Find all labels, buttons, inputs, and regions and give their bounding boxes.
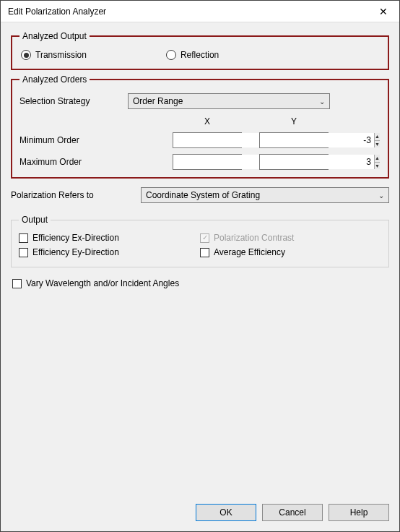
transmission-label: Transmission bbox=[35, 50, 87, 60]
analyzed-output-options: Transmission Reflection bbox=[19, 47, 381, 61]
average-efficiency-label: Average Efficiency bbox=[214, 247, 285, 257]
spin-down-icon[interactable]: ▼ bbox=[375, 163, 380, 170]
orders-grid: X Y Minimum Order ▲ ▼ bbox=[19, 116, 381, 170]
ok-button[interactable]: OK bbox=[196, 504, 256, 521]
dialog-content: Analyzed Output Transmission Reflection … bbox=[1, 22, 399, 531]
min-order-x-spinner[interactable]: ▲ ▼ bbox=[173, 132, 242, 148]
close-icon: ✕ bbox=[379, 6, 388, 17]
selection-strategy-label: Selection Strategy bbox=[19, 96, 128, 106]
max-order-y-spinner[interactable]: ▲ ▼ bbox=[259, 154, 329, 170]
spacer bbox=[11, 299, 389, 492]
spin-up-icon[interactable]: ▲ bbox=[375, 133, 380, 141]
efficiency-ey-checkbox[interactable]: Efficiency Ey-Direction bbox=[19, 245, 200, 259]
titlebar: Edit Polarization Analyzer ✕ bbox=[1, 1, 399, 22]
analyzed-output-group: Analyzed Output Transmission Reflection bbox=[11, 31, 389, 70]
minimum-order-row: Minimum Order ▲ ▼ bbox=[19, 132, 381, 148]
button-bar: OK Cancel Help bbox=[11, 497, 389, 524]
reflection-label: Reflection bbox=[181, 50, 219, 60]
reflection-radio[interactable]: Reflection bbox=[166, 50, 219, 60]
efficiency-ex-label: Efficiency Ex-Direction bbox=[32, 233, 119, 243]
polarization-refers-value: Coordinate System of Grating bbox=[146, 190, 260, 200]
checkbox-icon bbox=[19, 233, 28, 243]
selection-strategy-select[interactable]: Order Range ⌄ bbox=[128, 93, 330, 109]
dialog-window: Edit Polarization Analyzer ✕ Analyzed Ou… bbox=[0, 0, 400, 532]
polarization-refers-row: Polarization Refers to Coordinate System… bbox=[11, 187, 389, 203]
maximum-order-row: Maximum Order ▲ ▼ bbox=[19, 154, 381, 170]
max-order-y-input[interactable] bbox=[260, 155, 374, 169]
min-order-y-input[interactable] bbox=[260, 133, 374, 147]
orders-header: X Y bbox=[19, 116, 381, 126]
cancel-button[interactable]: Cancel bbox=[262, 504, 323, 521]
chevron-down-icon: ⌄ bbox=[378, 192, 384, 200]
help-label: Help bbox=[350, 507, 368, 518]
ok-label: OK bbox=[219, 507, 232, 518]
efficiency-ey-label: Efficiency Ey-Direction bbox=[32, 247, 119, 257]
maximum-order-label: Maximum Order bbox=[19, 157, 164, 167]
column-y-header: Y bbox=[251, 116, 337, 126]
selection-strategy-row: Selection Strategy Order Range ⌄ bbox=[19, 93, 381, 109]
checkbox-icon bbox=[12, 279, 22, 288]
max-order-x-spinner[interactable]: ▲ ▼ bbox=[173, 154, 242, 170]
average-efficiency-checkbox[interactable]: Average Efficiency bbox=[200, 245, 381, 259]
checkbox-icon: ✓ bbox=[200, 233, 209, 243]
window-title: Edit Polarization Analyzer bbox=[8, 7, 106, 17]
polarization-contrast-label: Polarization Contrast bbox=[214, 233, 294, 243]
radio-icon bbox=[166, 50, 176, 60]
column-x-header: X bbox=[164, 116, 251, 126]
transmission-radio[interactable]: Transmission bbox=[21, 50, 87, 60]
output-group: Output Efficiency Ex-Direction Efficienc… bbox=[11, 215, 389, 267]
selection-strategy-value: Order Range bbox=[133, 96, 183, 106]
vary-wavelength-checkbox[interactable]: Vary Wavelength and/or Incident Angles bbox=[12, 276, 388, 291]
efficiency-ex-checkbox[interactable]: Efficiency Ex-Direction bbox=[19, 231, 200, 245]
help-button[interactable]: Help bbox=[329, 504, 389, 521]
minimum-order-label: Minimum Order bbox=[19, 135, 164, 145]
spin-down-icon[interactable]: ▼ bbox=[375, 141, 380, 148]
chevron-down-icon: ⌄ bbox=[319, 98, 325, 106]
min-order-y-spinner[interactable]: ▲ ▼ bbox=[259, 132, 329, 148]
output-legend: Output bbox=[19, 215, 51, 225]
spin-up-icon[interactable]: ▲ bbox=[375, 155, 380, 163]
vary-wavelength-label: Vary Wavelength and/or Incident Angles bbox=[26, 278, 179, 288]
analyzed-orders-group: Analyzed Orders Selection Strategy Order… bbox=[11, 74, 389, 179]
radio-icon bbox=[21, 50, 31, 60]
checkbox-icon bbox=[200, 248, 209, 257]
polarization-refers-select[interactable]: Coordinate System of Grating ⌄ bbox=[141, 187, 389, 203]
checkbox-icon bbox=[19, 248, 28, 257]
close-button[interactable]: ✕ bbox=[367, 1, 399, 22]
polarization-refers-label: Polarization Refers to bbox=[11, 190, 141, 200]
polarization-contrast-checkbox: ✓ Polarization Contrast bbox=[200, 231, 381, 245]
analyzed-orders-legend: Analyzed Orders bbox=[19, 74, 90, 85]
cancel-label: Cancel bbox=[279, 507, 305, 518]
analyzed-output-legend: Analyzed Output bbox=[19, 31, 90, 41]
